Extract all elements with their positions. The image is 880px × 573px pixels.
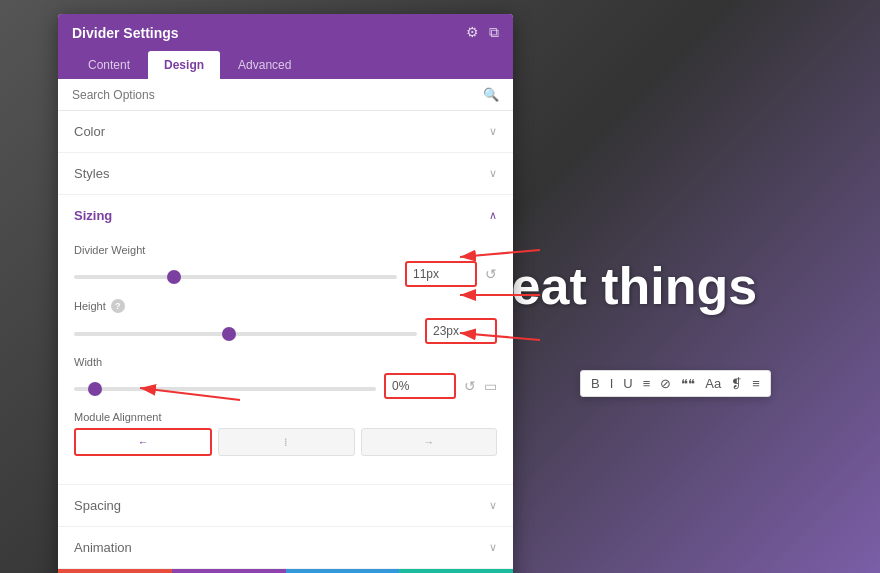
search-icon: 🔍	[483, 87, 499, 102]
divider-weight-controls: ↺	[74, 261, 497, 287]
field-divider-weight: Divider Weight ↺	[74, 244, 497, 287]
section-spacing-header[interactable]: Spacing ∨	[58, 485, 513, 526]
align-right-button[interactable]: →	[361, 428, 497, 456]
alignment-controls: ← ⁞ →	[74, 428, 497, 456]
reset-icon-width[interactable]: ↺	[464, 378, 476, 394]
height-input[interactable]	[425, 318, 497, 344]
width-slider-wrap	[74, 379, 376, 394]
expand-icon[interactable]: ⧉	[489, 24, 499, 41]
panel-search: 🔍	[58, 79, 513, 111]
width-slider[interactable]	[74, 387, 376, 391]
panel-tabs: Content Design Advanced	[58, 51, 513, 79]
section-animation: Animation ∨	[58, 527, 513, 569]
sizing-content: Divider Weight ↺ Height ?	[58, 236, 513, 484]
strikethrough-icon[interactable]: ⊘	[658, 375, 673, 392]
help-icon: ?	[111, 299, 125, 313]
section-spacing-label: Spacing	[74, 498, 121, 513]
divider-weight-slider[interactable]	[74, 275, 397, 279]
divider-settings-panel: Divider Settings ⚙ ⧉ Content Design Adva…	[58, 14, 513, 573]
align-icon[interactable]: ≡	[641, 375, 653, 392]
panel-body: Color ∨ Styles ∨ Sizing ∧ Divider Weight	[58, 111, 513, 569]
panel-footer: ✕ ↺ ↻ ✓	[58, 569, 513, 573]
section-sizing-header[interactable]: Sizing ∧	[58, 195, 513, 236]
section-animation-label: Animation	[74, 540, 132, 555]
chevron-up-icon: ∧	[489, 209, 497, 222]
chevron-down-icon: ∨	[489, 125, 497, 138]
underline-icon[interactable]: U	[621, 375, 634, 392]
field-module-alignment: Module Alignment ← ⁞ →	[74, 411, 497, 456]
align-left-button[interactable]: ←	[74, 428, 212, 456]
field-height: Height ?	[74, 299, 497, 344]
undo-button[interactable]: ↺	[172, 569, 286, 573]
divider-weight-slider-wrap	[74, 267, 397, 282]
align-right-icon: →	[423, 436, 434, 448]
bold-icon[interactable]: B	[589, 375, 602, 392]
align-center-button[interactable]: ⁞	[218, 428, 354, 456]
section-styles-header[interactable]: Styles ∨	[58, 153, 513, 194]
list-icon[interactable]: ❡	[729, 375, 744, 392]
chevron-down-icon-styles: ∨	[489, 167, 497, 180]
width-label: Width	[74, 356, 497, 368]
height-controls	[74, 318, 497, 344]
panel-title: Divider Settings	[72, 25, 179, 41]
font-icon[interactable]: Aa	[703, 375, 723, 392]
section-styles: Styles ∨	[58, 153, 513, 195]
field-width: Width ↺ ▭	[74, 356, 497, 399]
cancel-button[interactable]: ✕	[58, 569, 172, 573]
settings-icon[interactable]: ⚙	[466, 24, 479, 41]
section-color-header[interactable]: Color ∨	[58, 111, 513, 152]
section-animation-header[interactable]: Animation ∨	[58, 527, 513, 568]
chevron-down-icon-animation: ∨	[489, 541, 497, 554]
module-alignment-label: Module Alignment	[74, 411, 497, 423]
divider-weight-input[interactable]	[405, 261, 477, 287]
chevron-down-icon-spacing: ∨	[489, 499, 497, 512]
device-icon[interactable]: ▭	[484, 378, 497, 394]
align-left-icon: ←	[138, 436, 149, 448]
menu-icon[interactable]: ≡	[750, 375, 762, 392]
section-styles-label: Styles	[74, 166, 109, 181]
search-input[interactable]	[72, 88, 483, 102]
section-sizing: Sizing ∧ Divider Weight ↺	[58, 195, 513, 485]
height-label: Height ?	[74, 299, 497, 313]
redo-button[interactable]: ↻	[286, 569, 400, 573]
text-format-toolbar: B I U ≡ ⊘ ❝❝ Aa ❡ ≡	[580, 370, 771, 397]
reset-icon-weight[interactable]: ↺	[485, 266, 497, 282]
height-slider[interactable]	[74, 332, 417, 336]
italic-icon[interactable]: I	[608, 375, 616, 392]
section-spacing: Spacing ∨	[58, 485, 513, 527]
tab-advanced[interactable]: Advanced	[222, 51, 307, 79]
height-slider-wrap	[74, 324, 417, 339]
save-button[interactable]: ✓	[399, 569, 513, 573]
panel-header: Divider Settings ⚙ ⧉	[58, 14, 513, 51]
panel-header-icons: ⚙ ⧉	[466, 24, 499, 41]
divider-weight-label: Divider Weight	[74, 244, 497, 256]
align-center-icon: ⁞	[284, 436, 288, 449]
width-controls: ↺ ▭	[74, 373, 497, 399]
section-sizing-label: Sizing	[74, 208, 112, 223]
quote-icon[interactable]: ❝❝	[679, 375, 697, 392]
tab-design[interactable]: Design	[148, 51, 220, 79]
tab-content[interactable]: Content	[72, 51, 146, 79]
width-input[interactable]	[384, 373, 456, 399]
section-color-label: Color	[74, 124, 105, 139]
section-color: Color ∨	[58, 111, 513, 153]
